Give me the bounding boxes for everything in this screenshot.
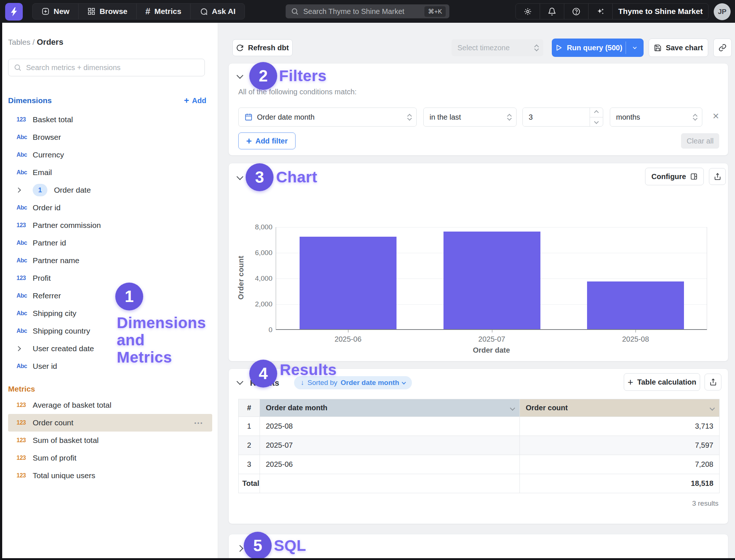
filter-value-field[interactable] <box>523 108 590 126</box>
chevron-down-icon[interactable] <box>510 406 515 411</box>
field-label: Profit <box>33 274 51 283</box>
fields-search-input[interactable]: Search metrics + dimensions <box>8 59 205 76</box>
nav-item-new[interactable]: New <box>33 4 79 19</box>
field-label: Basket total <box>33 115 73 124</box>
field-label: Total unique users <box>33 471 95 480</box>
annotation-5-label: SQL <box>274 537 306 554</box>
org-name[interactable]: Thyme to Shine Market <box>613 4 708 19</box>
column-header[interactable]: Order count <box>520 399 720 417</box>
add-dimension-button[interactable]: +Add <box>184 96 206 105</box>
global-search-input[interactable]: Search Thyme to Shine Market ⌘+K <box>286 4 449 18</box>
nav-item-browse[interactable]: Browse <box>79 4 137 19</box>
explore-sidebar: Tables / Orders Search metrics + dimensi… <box>2 23 218 558</box>
panel-icon <box>690 173 698 180</box>
column-header[interactable]: Order date month <box>260 399 520 417</box>
string-type-icon: Abc <box>17 328 33 334</box>
collapse-results-icon[interactable] <box>236 378 243 385</box>
number-stepper[interactable] <box>590 108 603 126</box>
annotation-1-word: Metrics <box>117 349 206 366</box>
dimension-item[interactable]: AbcOrder id <box>2 199 218 217</box>
app-window: New Browse # Metrics Ask AI Search Thyme… <box>0 0 735 560</box>
run-query-dropdown[interactable] <box>626 39 644 57</box>
dimension-item[interactable]: AbcReferrer <box>2 287 218 305</box>
metric-item[interactable]: 123Order count••• <box>8 414 212 432</box>
chart-bar[interactable] <box>587 281 684 329</box>
annotation-4-badge: 4 <box>249 360 277 388</box>
help-icon[interactable] <box>564 4 589 19</box>
chevron-right-icon[interactable] <box>17 347 33 350</box>
field-label: User created date <box>33 344 94 353</box>
annotation-1-word: Dimensions <box>117 314 206 331</box>
gear-icon[interactable] <box>516 4 540 19</box>
dimension-item[interactable]: AbcPartner id <box>2 234 218 252</box>
breadcrumb-tables[interactable]: Tables <box>8 38 30 46</box>
annotation-1-word: and <box>117 331 206 349</box>
dimension-item[interactable]: 123Profit <box>2 269 218 287</box>
chevron-right-icon[interactable] <box>17 188 33 192</box>
user-avatar[interactable]: JP <box>714 3 731 20</box>
x-axis-tick-label: 2025-08 <box>622 335 649 343</box>
chart-panel: Configure Order count 02,0004,0006,0008,… <box>228 163 728 361</box>
data-cell: 2025-06 <box>260 455 520 474</box>
filter-unit-select[interactable]: months <box>610 108 702 127</box>
app-logo[interactable] <box>5 3 23 21</box>
configure-chart-button[interactable]: Configure <box>645 168 704 185</box>
dimension-item[interactable]: 1Order date <box>2 181 218 199</box>
stepper-up-icon[interactable] <box>590 108 603 117</box>
row-number-cell: 3 <box>239 455 260 474</box>
expand-sql-icon[interactable] <box>236 545 243 552</box>
filter-field-select[interactable]: Order date month <box>238 108 417 127</box>
dimension-item[interactable]: AbcEmail <box>2 164 218 181</box>
nav-item-metrics[interactable]: # Metrics <box>137 4 191 19</box>
run-query-button[interactable]: Run query (500) <box>552 39 644 57</box>
y-axis-tick-label: 8,000 <box>236 223 272 231</box>
save-chart-button[interactable]: Save chart <box>649 39 708 57</box>
refresh-label: Refresh dbt <box>248 44 289 52</box>
metric-item[interactable]: 123Sum of basket total <box>2 432 218 449</box>
breadcrumb-separator: / <box>33 38 35 46</box>
x-axis-tick <box>492 330 492 332</box>
string-type-icon: Abc <box>17 169 33 176</box>
metric-item[interactable]: 123Average of basket total <box>2 396 218 414</box>
clear-all-button[interactable]: Clear all <box>681 133 719 149</box>
refresh-dbt-button[interactable]: Refresh dbt <box>232 39 293 56</box>
field-label: Shipping city <box>33 309 76 318</box>
bell-icon[interactable] <box>540 4 564 19</box>
export-chart-button[interactable] <box>709 168 726 185</box>
timezone-select[interactable]: Select timezone <box>452 39 543 56</box>
filter-operator-select[interactable]: in the last <box>423 108 517 127</box>
dimension-item[interactable]: AbcCurrency <box>2 146 218 164</box>
dimension-item[interactable]: 123Basket total <box>2 111 218 128</box>
stepper-down-icon[interactable] <box>590 117 603 127</box>
field-label: Shipping country <box>33 327 90 335</box>
export-results-button[interactable] <box>705 374 721 390</box>
metric-item[interactable]: 123Total unique users <box>2 467 218 484</box>
string-type-icon: Abc <box>17 240 33 246</box>
filter-value-input[interactable] <box>522 108 603 127</box>
plus-icon: + <box>628 377 633 387</box>
chart-bar[interactable] <box>300 237 397 329</box>
share-link-button[interactable] <box>713 39 732 57</box>
chart-bar[interactable] <box>443 232 540 329</box>
chevron-down-icon[interactable] <box>710 406 715 411</box>
string-type-icon: Abc <box>17 363 33 370</box>
dimension-item[interactable]: AbcBrowser <box>2 128 218 146</box>
more-options-icon[interactable]: ••• <box>194 420 203 426</box>
nav-item-ask-ai[interactable]: Ask AI <box>191 4 245 19</box>
collapse-chart-icon[interactable] <box>236 173 243 180</box>
refresh-icon <box>236 44 244 52</box>
metric-item[interactable]: 123Sum of profit <box>2 449 218 467</box>
field-label: Average of basket total <box>33 401 111 410</box>
table-calculation-button[interactable]: + Table calculation <box>624 373 700 391</box>
nav-item-label: Ask AI <box>212 7 236 16</box>
column-header-label: # <box>247 404 251 412</box>
add-filter-label: Add filter <box>256 137 288 145</box>
grid-icon <box>87 7 95 15</box>
dimension-item[interactable]: 123Partner commission <box>2 217 218 234</box>
sparkles-icon[interactable] <box>589 4 613 19</box>
field-label: Partner commission <box>33 221 101 230</box>
add-filter-button[interactable]: + Add filter <box>238 132 296 149</box>
dimension-item[interactable]: AbcPartner name <box>2 252 218 269</box>
collapse-filters-icon[interactable] <box>236 72 243 79</box>
remove-filter-icon[interactable]: × <box>713 110 719 121</box>
